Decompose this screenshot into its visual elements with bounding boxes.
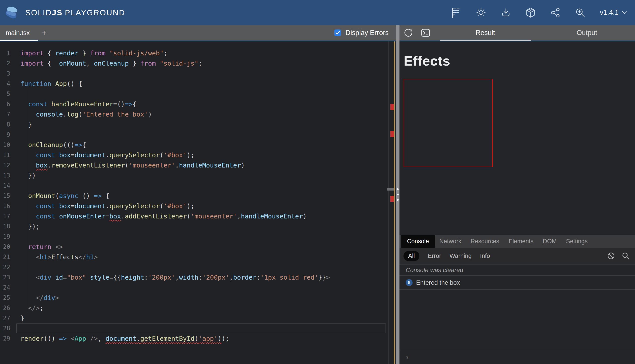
line-number: 28 (0, 323, 10, 334)
solidjs-logo-icon (5, 6, 19, 20)
resizer-dot (397, 194, 398, 196)
line-number: 7 (0, 109, 10, 120)
code-line: 26 </>; (0, 303, 396, 313)
tab-result[interactable]: Result (434, 25, 536, 40)
code-line: 8 } (0, 120, 396, 130)
clear-console-icon[interactable] (607, 252, 615, 260)
line-number: 18 (0, 221, 10, 232)
display-errors-checkbox[interactable] (334, 30, 341, 36)
display-errors-label: Display Errors (346, 29, 388, 37)
line-number: 6 (0, 99, 10, 109)
filter-all[interactable]: All (404, 251, 420, 261)
checkmark-icon (336, 31, 340, 35)
line-number: 17 (0, 211, 10, 221)
code-lines: 1import { render } from "solid-js/web";2… (0, 42, 396, 364)
editor-tabbar: main.tsx + Display Errors (0, 25, 396, 42)
code-line: 27} (0, 313, 396, 323)
console-tab-dom[interactable]: DOM (538, 235, 562, 248)
result-heading: Effects (400, 42, 635, 69)
line-number: 27 (0, 313, 10, 323)
code-line: 10 onCleanup(()=>{ (0, 140, 396, 150)
line-number: 23 (0, 272, 10, 282)
search-console-icon[interactable] (622, 252, 630, 260)
tab-output[interactable]: Output (536, 25, 635, 40)
refresh-icon[interactable] (402, 25, 414, 40)
console-tab-settings[interactable]: Settings (562, 235, 592, 248)
app-header: SOLIDJSPLAYGROUND (0, 0, 635, 25)
code-editor[interactable]: 1import { render } from "solid-js/web";2… (0, 42, 396, 364)
code-line: 5 (0, 89, 396, 99)
line-number: 19 (0, 232, 10, 242)
console-input-row[interactable]: › (400, 350, 635, 364)
code-line: 28 (0, 323, 396, 334)
tab-main-tsx[interactable]: main.tsx (0, 25, 38, 40)
line-number: 8 (0, 120, 10, 130)
resizer-dot (397, 188, 398, 190)
export-sandbox-icon[interactable] (526, 8, 536, 18)
log-message-text: Entered the box (416, 279, 460, 286)
version-chevron-down-icon (622, 11, 628, 14)
line-number: 11 (0, 150, 10, 160)
zoom-in-icon[interactable] (575, 8, 585, 18)
console-tab-resources[interactable]: Resources (466, 235, 504, 248)
error-marker (390, 104, 394, 110)
error-marker (390, 131, 394, 137)
scrollbar-thumb[interactable] (387, 188, 394, 190)
filter-warning[interactable]: Warning (450, 252, 472, 260)
resizer-dot (397, 199, 398, 201)
code-line: 29render(() => <App />, document.getElem… (0, 334, 396, 344)
line-number: 24 (0, 282, 10, 293)
error-marker (390, 196, 394, 202)
line-number: 12 (0, 160, 10, 170)
pane-resizer-handle[interactable] (396, 25, 400, 364)
code-line: 21 <h1>Effects</h1> (0, 252, 396, 262)
line-number: 22 (0, 262, 10, 272)
code-line: 17 const onMouseEnter=box.addEventListen… (0, 211, 396, 221)
code-line: 2import { onMount, onCleanup } from "sol… (0, 58, 396, 68)
console-tab-console[interactable]: Console (401, 235, 435, 248)
line-number: 5 (0, 89, 10, 99)
current-line-highlight (16, 324, 386, 333)
line-number: 14 (0, 180, 10, 191)
console-tab-network[interactable]: Network (435, 235, 466, 248)
code-line: 7 console.log('Entered the box') (0, 109, 396, 120)
line-number: 15 (0, 191, 10, 201)
line-number: 10 (0, 140, 10, 150)
code-line: 15 onMount(async () => { (0, 191, 396, 201)
line-number: 26 (0, 303, 10, 313)
download-icon[interactable] (501, 8, 511, 18)
share-icon[interactable] (550, 8, 560, 18)
code-line: 13 }) (0, 170, 396, 180)
code-line: 4function App() { (0, 79, 396, 89)
theme-icon[interactable] (476, 8, 486, 18)
filter-info[interactable]: Info (480, 252, 490, 260)
result-preview-panel: Effects (400, 42, 635, 235)
result-red-box (404, 79, 493, 167)
console-panel: Console Network Resources Elements DOM S… (400, 235, 635, 364)
code-line: 1import { render } from "solid-js/web"; (0, 48, 396, 58)
code-line: 11 const box=document.querySelector('#bo… (0, 150, 396, 160)
console-tabbar: Console Network Resources Elements DOM S… (400, 235, 635, 248)
line-number: 4 (0, 79, 10, 89)
code-line: 6 const handleMouseEnter=()=>{ (0, 99, 396, 109)
result-tabbar: Result Output (400, 25, 635, 42)
console-tab-elements[interactable]: Elements (504, 235, 538, 248)
format-code-icon[interactable] (451, 8, 461, 18)
code-line: 20 return <> (0, 242, 396, 252)
code-line: 9 (0, 130, 396, 140)
code-line: 18 }); (0, 221, 396, 232)
version-select[interactable]: v1.4.1 (600, 9, 628, 16)
line-number: 16 (0, 201, 10, 211)
terminal-icon[interactable] (420, 25, 432, 40)
line-number: 9 (0, 130, 10, 140)
code-line: 25 </div> (0, 293, 396, 303)
console-filterbar: All Error Warning Info (400, 248, 635, 264)
prompt-chevron-icon: › (406, 353, 408, 361)
add-tab-button[interactable]: + (38, 25, 50, 40)
code-line: 23 <div id="box" style={{height:'200px',… (0, 272, 396, 282)
line-number: 25 (0, 293, 10, 303)
code-line: 16 const box=document.querySelector('#bo… (0, 201, 396, 211)
filter-error[interactable]: Error (428, 252, 441, 260)
code-line: 24 (0, 282, 396, 293)
overview-ruler-decoration (394, 42, 394, 364)
